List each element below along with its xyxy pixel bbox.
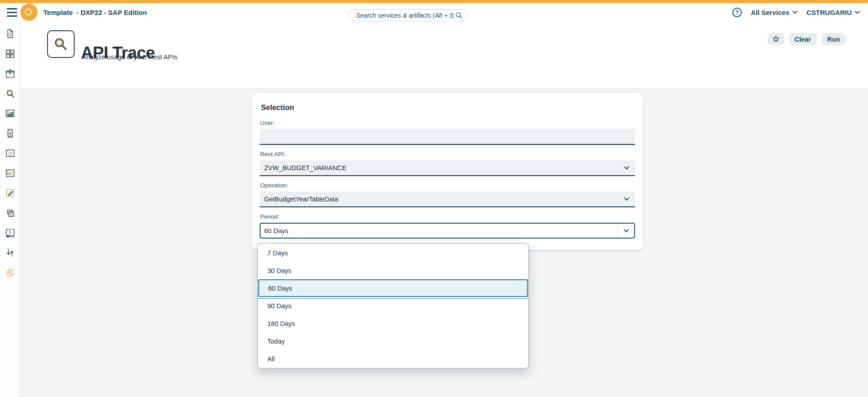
search-input[interactable]	[355, 11, 455, 19]
operation-select[interactable]: GetBudgetYearTableData	[260, 191, 635, 207]
chevron-down-icon	[855, 11, 860, 14]
user-menu[interactable]: CSTRUGARIU	[806, 9, 860, 16]
content-area: Selection User: Rest API: ZVW_BUDGET_VAR…	[20, 89, 868, 397]
chevron-down-icon[interactable]	[617, 225, 634, 237]
chevron-down-icon[interactable]	[618, 191, 635, 206]
period-option[interactable]: All	[258, 350, 528, 368]
menu-toggle-button[interactable]	[7, 8, 17, 17]
clear-button[interactable]: Clear	[789, 33, 817, 45]
selection-title: Selection	[261, 103, 635, 112]
sidebar-item-media-player[interactable]	[4, 226, 16, 239]
chevron-down-icon[interactable]	[618, 160, 635, 175]
all-services-label: All Services	[751, 9, 789, 16]
sidebar-item-api-sync-search[interactable]	[4, 266, 16, 279]
operation-field-label: Operation:	[260, 182, 635, 189]
period-select-value: 60 Days	[264, 227, 288, 234]
period-field-group: Period: 60 Days	[260, 213, 635, 239]
magnifier-icon	[52, 36, 70, 53]
user-field-group: User:	[260, 120, 635, 145]
global-search	[348, 9, 468, 21]
period-option[interactable]: 7 Days	[258, 244, 528, 262]
user-input[interactable]	[260, 129, 635, 145]
period-option-label: 180 Days	[267, 320, 295, 327]
search-icon[interactable]	[455, 11, 463, 19]
logo-ring-icon	[25, 9, 32, 15]
chevron-down-icon	[792, 11, 797, 14]
period-dropdown-popup: 7 Days 30 Days 60 Days 90 Days 180 Days …	[257, 243, 529, 368]
operation-field-group: Operation: GetBudgetYearTableData	[260, 182, 635, 207]
operation-select-value: GetBudgetYearTableData	[264, 196, 338, 203]
period-field-label: Period:	[260, 213, 635, 220]
selection-card: Selection User: Rest API: ZVW_BUDGET_VAR…	[252, 93, 643, 249]
user-field-label: User:	[260, 120, 635, 126]
sidebar-item-tiles[interactable]	[4, 47, 16, 60]
period-option[interactable]: Today	[258, 332, 528, 350]
page-toolbar: Clear Run	[768, 33, 846, 45]
sidebar-item-transport-arrows[interactable]	[4, 246, 16, 259]
page-subtitle: Analyze usage of your Rest APIs	[82, 53, 177, 61]
header-actions: ? All Services CSTRUGARIU	[732, 3, 860, 22]
run-button[interactable]: Run	[821, 33, 846, 45]
sidebar-item-document[interactable]	[4, 27, 16, 40]
sidebar-item-launchpad[interactable]	[4, 67, 16, 80]
sidebar-item-app-builder[interactable]	[4, 107, 16, 120]
help-icon[interactable]: ?	[732, 8, 742, 17]
star-icon	[772, 35, 780, 43]
sidebar-item-security[interactable]	[4, 206, 16, 219]
period-option-label: Today	[267, 338, 285, 345]
api-trace-app-icon	[47, 30, 75, 58]
sidebar-item-theme-designer[interactable]	[4, 147, 16, 159]
all-services-menu[interactable]: All Services	[751, 9, 797, 16]
rest-api-select-value: ZVW_BUDGET_VARIANCE	[264, 164, 346, 172]
top-header: Template - DXP22 - SAP Edition ? All Ser…	[0, 3, 868, 22]
rest-api-field-group: Rest API: ZVW_BUDGET_VARIANCE	[260, 151, 635, 176]
main-area: API Trace Analyze usage of your Rest API…	[20, 22, 868, 397]
rest-api-field-label: Rest API:	[260, 151, 635, 158]
period-option[interactable]: 90 Days	[258, 297, 528, 315]
sidebar-item-script-log[interactable]	[4, 167, 16, 179]
page-header: API Trace Analyze usage of your Rest API…	[20, 22, 868, 89]
left-icon-rail	[0, 22, 20, 397]
period-option[interactable]: 60 Days	[258, 279, 528, 297]
app-root: Template - DXP22 - SAP Edition ? All Ser…	[0, 0, 868, 397]
period-option[interactable]: 30 Days	[258, 262, 528, 279]
neptune-logo[interactable]	[20, 4, 38, 21]
period-option-label: 30 Days	[267, 267, 291, 274]
rest-api-select[interactable]: ZVW_BUDGET_VARIANCE	[260, 160, 635, 176]
sidebar-item-mobile-client[interactable]	[4, 127, 16, 139]
period-option[interactable]: 180 Days	[258, 315, 528, 332]
period-option-label: 90 Days	[267, 302, 291, 310]
sidebar-item-search[interactable]	[4, 87, 16, 100]
favorite-button[interactable]	[768, 33, 784, 45]
window-title: Template - DXP22 - SAP Edition	[43, 3, 147, 22]
period-select[interactable]: 60 Days	[260, 223, 635, 239]
brand-accent-bar	[0, 0, 868, 3]
period-option-label: All	[267, 355, 275, 363]
period-option-label: 60 Days	[268, 285, 292, 292]
user-name-label: CSTRUGARIU	[806, 9, 852, 16]
sidebar-item-edit[interactable]	[4, 187, 16, 199]
period-option-label: 7 Days	[267, 249, 288, 257]
